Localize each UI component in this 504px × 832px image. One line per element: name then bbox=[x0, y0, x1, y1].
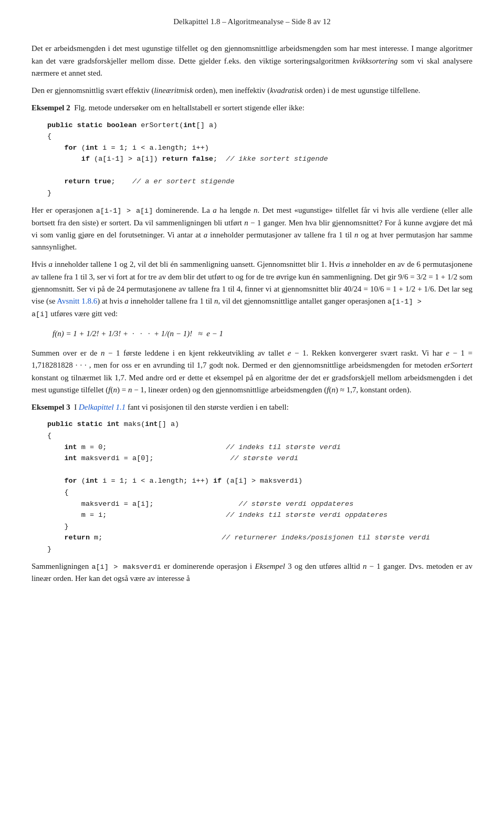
paragraph-4: Hvis a inneholder tallene 1 og 2, vil de… bbox=[32, 258, 472, 320]
code2-line-12: } bbox=[47, 544, 472, 555]
code2-line-8: maksverdi = a[i]; // største verdi oppda… bbox=[47, 498, 472, 510]
code-line-1: public static boolean erSortert(int[] a) bbox=[47, 120, 472, 131]
code-line-5 bbox=[47, 165, 472, 176]
paragraph-2: Den er gjennomsnittlig svært effektiv (l… bbox=[32, 85, 472, 97]
code-line-4: if (a[i-1] > a[i]) return false; // ikke… bbox=[47, 153, 472, 165]
example2-label: Eksempel 2 bbox=[32, 103, 70, 112]
code-block-1: public static boolean erSortert(int[] a)… bbox=[47, 120, 472, 199]
code-line-2: { bbox=[47, 131, 472, 142]
code-line-3: for (int i = 1; i < a.length; i++) bbox=[47, 142, 472, 154]
code2-line-9: m = i; // indeks til største verdi oppda… bbox=[47, 509, 472, 521]
code2-line-7: { bbox=[47, 487, 472, 498]
code-line-6: return true; // a er sortert stigende bbox=[47, 176, 472, 188]
delkapittel-link[interactable]: Delkapittel 1.1 bbox=[79, 403, 125, 411]
code2-line-10: } bbox=[47, 521, 472, 533]
code2-line-1: public static int maks(int[] a) bbox=[47, 419, 472, 430]
example2-heading: Eksempel 2 Flg. metode undersøker om en … bbox=[32, 102, 472, 114]
header-title: Delkapittel 1.8 – Algoritmeanalyse – Sid… bbox=[173, 17, 331, 26]
math-formula: f(n) = 1 + 1/2! + 1/3! + · · · + 1/(n − … bbox=[52, 328, 472, 340]
paragraph-5: Summen over er de n − 1 første leddene i… bbox=[32, 347, 472, 396]
code2-line-5 bbox=[47, 464, 472, 476]
example3-label: Eksempel 3 bbox=[32, 403, 70, 411]
code2-line-11: return m; // returnerer indeks/posisjone… bbox=[47, 532, 472, 544]
code2-line-6: for (int i = 1; i < a.length; i++) if (a… bbox=[47, 475, 472, 487]
paragraph-6: Sammenligningen a[i] > maksverdi er domi… bbox=[32, 560, 472, 585]
code-line-7: } bbox=[47, 188, 472, 199]
code2-line-2: { bbox=[47, 430, 472, 442]
avsnitt-link[interactable]: Avsnitt 1.8.6 bbox=[57, 297, 97, 305]
paragraph-1: Det er arbeidsmengden i det mest ugunsti… bbox=[32, 43, 472, 79]
code2-line-4: int maksverdi = a[0]; // største verdi bbox=[47, 453, 472, 464]
example3-heading: Eksempel 3 I Delkapittel 1.1 fant vi pos… bbox=[32, 401, 472, 413]
paragraph-3: Her er operasjonen a[i-1] > a[i] dominer… bbox=[32, 204, 472, 254]
page-header: Delkapittel 1.8 – Algoritmeanalyse – Sid… bbox=[32, 16, 472, 28]
code2-line-3: int m = 0; // indeks til største verdi bbox=[47, 442, 472, 453]
code-block-2: public static int maks(int[] a) { int m … bbox=[47, 419, 472, 555]
